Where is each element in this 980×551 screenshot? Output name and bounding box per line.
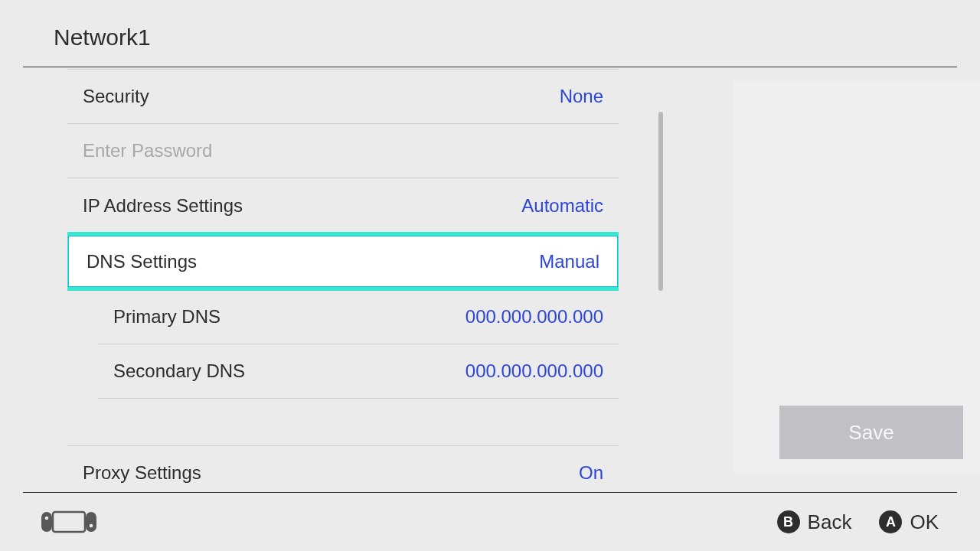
settings-list: SSID MySSID Security None Enter Password… bbox=[67, 67, 619, 491]
row-label: IP Address Settings bbox=[83, 195, 243, 217]
row-value: 000.000.000.000 bbox=[466, 360, 603, 382]
row-label: DNS Settings bbox=[87, 251, 197, 272]
ok-label: OK bbox=[910, 510, 939, 534]
row-label: Enter Password bbox=[83, 140, 212, 161]
back-label: Back bbox=[808, 510, 852, 534]
row-proxy-settings[interactable]: Proxy Settings On bbox=[67, 446, 619, 491]
scrollbar-thumb[interactable] bbox=[658, 112, 663, 291]
row-secondary-dns[interactable]: Secondary DNS 000.000.000.000 bbox=[98, 344, 619, 399]
row-value: None bbox=[560, 86, 603, 107]
row-value: Manual bbox=[539, 251, 599, 272]
footer-actions: B Back A OK bbox=[777, 510, 939, 534]
row-primary-dns[interactable]: Primary DNS 000.000.000.000 bbox=[98, 290, 619, 344]
ok-action[interactable]: A OK bbox=[879, 510, 939, 534]
row-label: Primary DNS bbox=[113, 306, 220, 328]
row-ip-address-settings[interactable]: IP Address Settings Automatic bbox=[67, 178, 619, 233]
main-area: SSID MySSID Security None Enter Password… bbox=[67, 67, 980, 491]
svg-rect-2 bbox=[53, 512, 85, 532]
settings-list-inner: SSID MySSID Security None Enter Password… bbox=[67, 67, 619, 491]
svg-point-4 bbox=[90, 524, 93, 528]
save-button: Save bbox=[779, 406, 963, 459]
page-title: Network1 bbox=[54, 24, 151, 51]
b-button-icon: B bbox=[777, 510, 800, 533]
dns-subrows: Primary DNS 000.000.000.000 Secondary DN… bbox=[67, 290, 619, 399]
row-value: Automatic bbox=[521, 195, 603, 217]
a-button-icon: A bbox=[879, 510, 902, 533]
row-value: On bbox=[579, 462, 603, 484]
section-gap bbox=[67, 399, 619, 446]
row-security[interactable]: Security None bbox=[67, 70, 619, 124]
footer: B Back A OK bbox=[0, 493, 980, 551]
svg-point-3 bbox=[45, 517, 49, 520]
row-label: Secondary DNS bbox=[113, 360, 245, 382]
row-dns-settings[interactable]: DNS Settings Manual bbox=[67, 232, 619, 291]
svg-rect-0 bbox=[41, 512, 52, 532]
controller-icon bbox=[41, 510, 96, 533]
row-label: Security bbox=[83, 86, 149, 107]
scrollbar[interactable] bbox=[658, 78, 663, 476]
row-enter-password: Enter Password bbox=[67, 124, 619, 178]
svg-rect-1 bbox=[86, 512, 96, 532]
save-button-label: Save bbox=[848, 421, 893, 445]
row-label: Proxy Settings bbox=[83, 462, 201, 484]
back-action[interactable]: B Back bbox=[777, 510, 852, 534]
row-value: 000.000.000.000 bbox=[466, 306, 603, 328]
